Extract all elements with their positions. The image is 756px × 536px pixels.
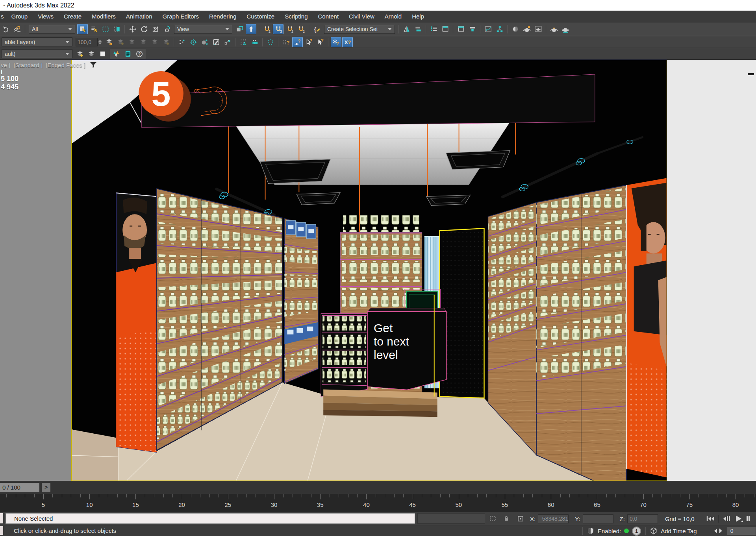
teapot-teal-icon[interactable] [560, 24, 571, 34]
dropdown-create-selection-set[interactable]: Create Selection Set [324, 25, 395, 34]
align-icon[interactable] [413, 24, 423, 34]
x-coordinate-field[interactable]: -58348,281 [538, 514, 569, 523]
dropdown-able-layers-[interactable]: able Layers) [2, 37, 72, 46]
menu-views[interactable]: Views [33, 11, 59, 22]
region-icon[interactable] [100, 24, 111, 34]
next-frame-button-clipped[interactable] [747, 515, 750, 522]
pivot-icon[interactable] [234, 24, 245, 34]
curve-editor-icon[interactable] [483, 24, 493, 34]
menu-customize[interactable]: Customize [241, 11, 280, 22]
xq-icon[interactable] [342, 37, 353, 47]
viewport-canvas[interactable]: 5 [72, 60, 667, 481]
shield-icon[interactable] [587, 527, 595, 535]
cursor-q-icon[interactable] [304, 37, 314, 47]
menu-s[interactable]: s [0, 11, 6, 22]
layers-gear-icon[interactable] [104, 37, 114, 47]
go-to-start-button[interactable] [706, 515, 715, 522]
plus-grid-icon[interactable] [161, 37, 171, 47]
slider-q-icon[interactable] [292, 37, 303, 47]
left-viewport-area[interactable] [0, 60, 71, 481]
paint-sphere-icon[interactable] [199, 37, 210, 47]
select-object-icon[interactable] [77, 24, 88, 34]
move-icon[interactable] [127, 24, 138, 34]
key-mode-toggle-icon[interactable] [713, 528, 723, 534]
place-icon[interactable] [161, 24, 172, 34]
menu-scripting[interactable]: Scripting [280, 11, 313, 22]
spinner-arrows[interactable] [98, 39, 102, 45]
z-coordinate-field[interactable]: 0,0 [627, 514, 658, 523]
spinner-snap-icon[interactable] [296, 24, 306, 34]
snow-q-icon[interactable] [331, 37, 341, 47]
rotate-icon[interactable] [139, 24, 149, 34]
dropdown-ault-[interactable]: ault) [2, 49, 72, 58]
trees-icon[interactable] [111, 49, 122, 59]
add-time-tag[interactable]: Add Time Tag [661, 528, 697, 534]
cursor2-q-icon[interactable] [315, 37, 326, 47]
render-setup-icon[interactable] [521, 24, 532, 34]
manipulate-icon[interactable] [246, 24, 256, 34]
teapot-orange-icon[interactable] [548, 24, 559, 34]
menu-rendering[interactable]: Rendering [204, 11, 241, 22]
right-viewport-area[interactable] [667, 60, 756, 481]
layer-list-icon[interactable] [428, 24, 439, 34]
menu-arnold[interactable]: Arnold [380, 11, 407, 22]
scale-icon[interactable] [150, 24, 161, 34]
active-viewport[interactable]: 5 [71, 60, 667, 481]
absolute-mode-icon[interactable] [517, 515, 524, 522]
named-sets-icon[interactable] [311, 24, 322, 34]
crossing-icon[interactable] [111, 24, 122, 34]
select-by-name-icon[interactable] [89, 24, 99, 34]
scene-explorer-icon[interactable] [456, 24, 466, 34]
menu-civil-view[interactable]: Civil View [344, 11, 380, 22]
previous-frame-button[interactable] [722, 515, 731, 522]
menu-content[interactable]: Content [313, 11, 344, 22]
move-snap-icon[interactable] [222, 37, 233, 47]
layers-icon[interactable] [86, 49, 96, 59]
menu-modifiers[interactable]: Modifiers [87, 11, 121, 22]
dropdown-view[interactable]: View [174, 25, 232, 34]
scatter-icon[interactable] [176, 37, 187, 47]
help-icon[interactable] [134, 49, 145, 59]
white-square-icon[interactable] [97, 49, 108, 59]
selection-lock-icon[interactable] [502, 515, 510, 522]
undo-icon[interactable] [0, 24, 11, 34]
isolate-selection-icon[interactable] [489, 515, 497, 522]
doc-lines-icon[interactable] [122, 49, 133, 59]
layer-plus-icon[interactable] [115, 37, 126, 47]
render-frame-icon[interactable] [533, 24, 543, 34]
menu-create[interactable]: Create [59, 11, 87, 22]
current-frame-field[interactable]: 0 [727, 527, 756, 535]
magnet3-icon[interactable] [273, 24, 284, 34]
magnet2-icon[interactable] [261, 24, 272, 34]
enabled-count-badge[interactable]: 1 [632, 527, 641, 536]
menu-graph-editors[interactable]: Graph Editors [158, 11, 204, 22]
schematic-icon[interactable] [494, 24, 505, 34]
menu-animation[interactable]: Animation [121, 11, 158, 22]
measure-icon[interactable] [249, 37, 260, 47]
material-editor-icon[interactable] [510, 24, 521, 34]
next-frame-button[interactable]: > [42, 483, 50, 492]
layer-del-icon[interactable] [126, 37, 137, 47]
time-slider-field[interactable]: 0 / 100 [0, 483, 39, 492]
banner-woman[interactable] [626, 178, 667, 477]
menu-help[interactable]: Help [407, 11, 429, 22]
banner-man[interactable] [116, 193, 157, 452]
layers-icon[interactable] [149, 37, 160, 47]
ribbon-icon[interactable] [467, 24, 478, 34]
dropdown-all[interactable]: All [29, 25, 75, 34]
layer-plus-icon[interactable] [74, 49, 85, 59]
spinner-field[interactable]: 100,0 [76, 38, 102, 46]
layer-window-icon[interactable] [440, 24, 450, 34]
timeline-ruler[interactable]: 5101520253035404550556065707580 [0, 494, 756, 512]
dotted-circle-icon[interactable] [265, 37, 276, 47]
shelf-mid-left[interactable] [284, 218, 318, 383]
grid-a-icon[interactable] [238, 37, 248, 47]
magnet-percent-icon[interactable] [284, 24, 295, 34]
play-button[interactable] [734, 515, 743, 523]
target-icon[interactable] [188, 37, 198, 47]
paint-box-icon[interactable] [211, 37, 221, 47]
viewport-label[interactable]: ve ] [Standard ] [Edged Faces ] [1, 61, 97, 69]
shelf-right-near[interactable] [536, 185, 626, 481]
spinner-value[interactable]: 100,0 [76, 38, 98, 46]
menu-group[interactable]: Group [6, 11, 33, 22]
